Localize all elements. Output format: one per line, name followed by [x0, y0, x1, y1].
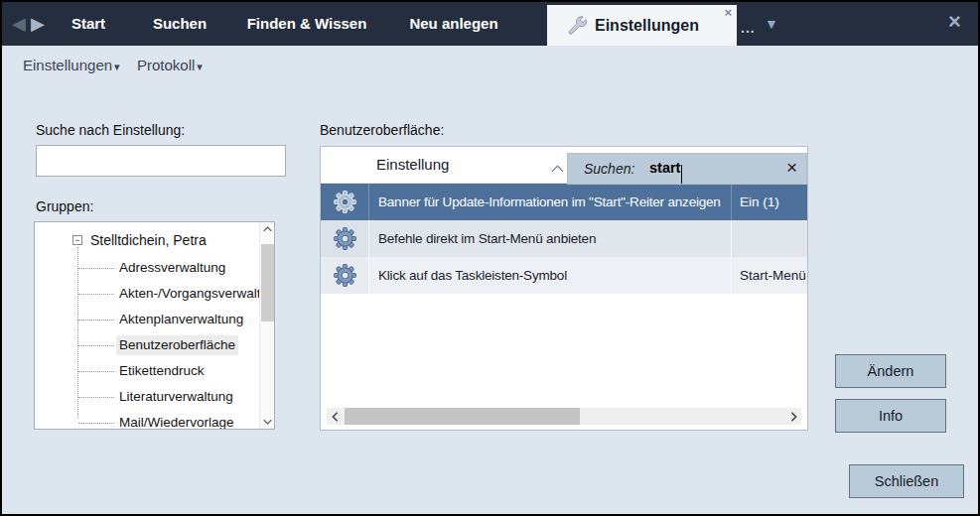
back-arrow-icon[interactable]: ◀ — [12, 13, 26, 35]
scrollbar-thumb[interactable] — [261, 244, 274, 322]
tree-connector-stub — [78, 294, 114, 295]
row-icon-cell — [321, 257, 368, 294]
info-button[interactable]: Info — [835, 399, 946, 433]
setting-value: Start-Menü — [731, 257, 807, 294]
schliessen-button[interactable]: Schließen — [849, 464, 964, 498]
setting-value — [731, 220, 807, 257]
table-row-banner-update[interactable]: Banner für Update-Informationen im "Star… — [321, 184, 807, 220]
tree-connector-stub — [78, 345, 114, 346]
tab-einstellungen-active[interactable]: Einstellungen × — [547, 5, 737, 46]
scroll-up-icon[interactable] — [261, 222, 274, 236]
menu-einstellungen[interactable]: Einstellungen▾ — [23, 54, 120, 77]
tab-bar: ◀ ▶ Start Suchen Finden & Wissen Neu anl… — [2, 2, 978, 46]
menu-protokoll[interactable]: Protokoll▾ — [137, 54, 203, 77]
chevron-down-icon: ▾ — [197, 61, 203, 72]
tree-connector-stub — [78, 371, 114, 372]
setting-name: Banner für Update-Informationen im "Star… — [368, 184, 731, 220]
tree-item-benutzeroberflaeche-selected[interactable]: Benutzeroberfläche — [116, 335, 238, 355]
tree-vertical-scrollbar[interactable] — [259, 222, 274, 429]
tree-connector-stub — [78, 423, 114, 424]
gear-icon — [333, 190, 357, 214]
forward-arrow-icon[interactable]: ▶ — [31, 13, 45, 35]
tree-item-adressverwaltung[interactable]: Adressverwaltung — [116, 258, 228, 278]
gear-icon — [333, 226, 357, 251]
setting-value: Ein (1) — [731, 184, 807, 220]
scroll-right-icon[interactable] — [785, 408, 801, 425]
menu-einstellungen-label: Einstellungen — [23, 57, 112, 73]
search-setting-label: Suche nach Einstellung: — [36, 122, 185, 138]
tab-overflow-ellipsis: ... — [741, 20, 756, 36]
app-window: ◀ ▶ Start Suchen Finden & Wissen Neu anl… — [0, 0, 980, 516]
tab-list-dropdown-icon[interactable]: ▼ — [765, 16, 778, 32]
window-content: ◀ ▶ Start Suchen Finden & Wissen Neu anl… — [2, 2, 978, 514]
column-header-einstellung[interactable]: Einstellung — [376, 156, 449, 173]
groups-label: Gruppen: — [36, 198, 93, 214]
table-row-klick-taskleiste[interactable]: Klick auf das Taskleisten-Symbol Start-M… — [321, 257, 807, 294]
tab-finden-wissen[interactable]: Finden & Wissen — [237, 2, 376, 46]
row-icon-cell — [321, 220, 368, 257]
table-horizontal-scrollbar[interactable] — [327, 408, 801, 425]
tree-connector-stub — [78, 320, 114, 321]
tree-collapse-icon[interactable]: − — [72, 235, 82, 245]
tree-item-literaturverwaltung[interactable]: Literaturverwaltung — [116, 387, 236, 407]
aendern-button[interactable]: Ändern — [835, 354, 946, 388]
tree-connector-stub — [78, 268, 114, 269]
gear-icon — [333, 263, 357, 288]
tree-item-aktenplanverwaltung[interactable]: Aktenplanverwaltung — [116, 310, 246, 329]
text-cursor — [681, 165, 682, 184]
table-search-text: start — [649, 160, 680, 176]
setting-name: Befehle direkt im Start-Menü anbieten — [368, 220, 731, 257]
active-tab-label: Einstellungen — [595, 5, 699, 46]
table-search-label: Suchen: — [584, 161, 634, 177]
menu-protokoll-label: Protokoll — [137, 57, 195, 73]
tab-close-icon[interactable]: × — [724, 5, 732, 20]
search-clear-icon[interactable]: × — [786, 157, 797, 179]
wrench-icon — [566, 15, 588, 37]
row-icon-cell — [321, 184, 368, 220]
tree-item-etikettendruck[interactable]: Etikettendruck — [116, 361, 208, 381]
setting-name: Klick auf das Taskleisten-Symbol — [368, 257, 731, 294]
tree-connector-line — [77, 247, 78, 418]
tab-start[interactable]: Start — [57, 2, 120, 46]
table-search-box[interactable]: Suchen: start × — [567, 153, 807, 185]
scroll-down-icon[interactable] — [261, 415, 274, 429]
tree-item-akten-vorgangsverwaltung[interactable]: Akten-/Vorgangsverwaltung — [116, 284, 275, 304]
tab-neu-anlegen[interactable]: Neu anlegen — [394, 2, 513, 46]
settings-table: Einstellung Suchen: start × Banne — [320, 146, 808, 431]
search-setting-input[interactable] — [36, 145, 286, 177]
table-row-befehle-startmenu[interactable]: Befehle direkt im Start-Menü anbieten — [321, 220, 807, 257]
chevron-down-icon: ▾ — [114, 61, 120, 72]
tree-root-node[interactable]: Stelltdichein, Petra — [90, 232, 207, 248]
scroll-left-icon[interactable] — [327, 408, 343, 425]
section-label-benutzeroberflaeche: Benutzeroberfläche: — [320, 122, 444, 138]
tree-item-mail-wiedervorlage[interactable]: Mail/Wiedervorlage — [116, 413, 237, 430]
scrollbar-thumb[interactable] — [345, 408, 580, 425]
sort-ascending-icon — [551, 159, 564, 177]
tab-suchen[interactable]: Suchen — [136, 2, 223, 46]
menu-bar: Einstellungen▾ Protokoll▾ — [2, 46, 978, 85]
table-search-value[interactable]: start — [649, 160, 680, 176]
window-close-icon[interactable]: × — [948, 9, 961, 35]
tree-connector-stub — [78, 397, 114, 398]
groups-tree: − Stelltdichein, Petra Adressverwaltung … — [34, 221, 275, 430]
